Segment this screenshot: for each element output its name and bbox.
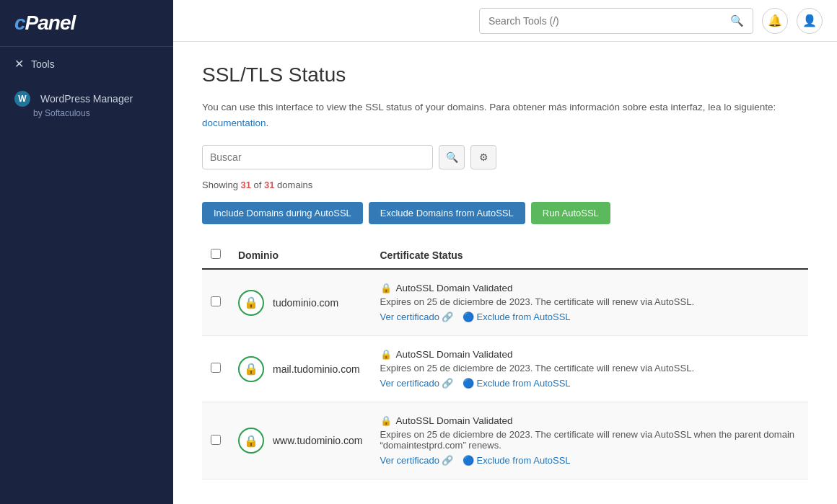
row-checkbox-cell [202, 269, 229, 336]
notifications-button[interactable]: 🔔 [762, 8, 788, 34]
header: 🔍 🔔 👤 [173, 0, 837, 42]
status-label: AutoSSL Domain Validated [396, 283, 513, 293]
page-title: SSL/TLS Status [202, 63, 808, 87]
row-status-cell: 🔒 AutoSSL Domain Validated Expires on 25… [372, 402, 809, 479]
status-lock-icon: 🔒 [380, 349, 392, 360]
exclude-domains-button[interactable]: Exclude Domains from AutoSSL [369, 202, 525, 224]
status-lock-icon: 🔒 [380, 283, 392, 293]
expires-line: Expires on 25 de diciembre de 2023. The … [380, 296, 800, 307]
exclude-circle-icon: 🔵 [463, 378, 474, 389]
ssl-icon: 🔒 [238, 428, 264, 454]
cert-status: 🔒 AutoSSL Domain Validated Expires on 25… [380, 346, 800, 392]
action-links: Ver certificado 🔗 🔵 Exclude from AutoSSL [380, 455, 800, 466]
content-area: SSL/TLS Status You can use this interfac… [173, 42, 837, 504]
tools-icon: ✕ [14, 57, 24, 71]
table-header: Dominio Certificate Status [202, 242, 808, 269]
search-submit-button[interactable]: 🔍 [722, 9, 753, 33]
showing-count: 31 [240, 180, 250, 190]
showing-total: 31 [264, 180, 274, 190]
row-domain-cell: 🔒 mail.tudominio.com [229, 336, 372, 402]
status-line: 🔒 AutoSSL Domain Validated [380, 349, 800, 360]
user-button[interactable]: 👤 [797, 8, 823, 34]
cpanel-logo: cPanel [14, 12, 159, 35]
run-autossl-button[interactable]: Run AutoSSL [531, 202, 610, 224]
logo-area: cPanel [0, 0, 173, 47]
row-status-cell: 🔒 AutoSSL Domain Validated Expires on 25… [372, 336, 809, 402]
domain-name: tudominio.com [273, 297, 338, 309]
exclude-autossl-link[interactable]: 🔵 Exclude from AutoSSL [463, 311, 571, 322]
exclude-circle-icon: 🔵 [463, 311, 474, 322]
lock-icon: 🔒 [244, 362, 258, 376]
domain-cell: 🔒 tudominio.com [238, 290, 363, 316]
page-description: You can use this interface to view the S… [202, 100, 808, 131]
filter-row: 🔍 ⚙ [202, 145, 808, 169]
row-checkbox[interactable] [211, 363, 221, 373]
cert-status: 🔒 AutoSSL Domain Validated Expires on 25… [380, 412, 800, 469]
status-lock-icon: 🔒 [380, 415, 392, 426]
col-status-header: Certificate Status [372, 242, 809, 269]
domain-cell: 🔒 www.tudominio.com [238, 428, 363, 454]
expires-line: Expires on 25 de diciembre de 2023. The … [380, 363, 800, 373]
exclude-autossl-link[interactable]: 🔵 Exclude from AutoSSL [463, 378, 571, 389]
ver-certificado-link[interactable]: Ver certificado 🔗 [380, 311, 454, 322]
lock-icon: 🔒 [244, 296, 258, 309]
lock-icon: 🔒 [244, 434, 258, 448]
status-line: 🔒 AutoSSL Domain Validated [380, 415, 800, 426]
status-label: AutoSSL Domain Validated [396, 349, 513, 360]
cert-status: 🔒 AutoSSL Domain Validated Expires on 25… [380, 280, 800, 325]
action-buttons: Include Domains during AutoSSL Exclude D… [202, 202, 808, 224]
search-input[interactable] [480, 15, 722, 27]
row-domain-cell: 🔒 tudominio.com [229, 269, 372, 336]
table-row: 🔒 www.tudominio.com 🔒 AutoSSL Domain Val… [202, 402, 808, 479]
search-bar[interactable]: 🔍 [479, 8, 753, 34]
sidebar: cPanel ✕ Tools W WordPress Manager by So… [0, 0, 173, 504]
main-area: 🔍 🔔 👤 SSL/TLS Status You can use this in… [173, 0, 837, 504]
row-domain-cell: 🔒 www.tudominio.com [229, 402, 372, 479]
action-links: Ver certificado 🔗 🔵 Exclude from AutoSSL [380, 311, 800, 322]
row-checkbox[interactable] [211, 296, 221, 306]
sidebar-item-tools[interactable]: ✕ Tools [0, 47, 173, 81]
wp-top: W WordPress Manager [14, 91, 133, 107]
expires-line: Expires on 25 de diciembre de 2023. The … [380, 429, 800, 451]
showing-info: Showing 31 of 31 domains [202, 180, 808, 190]
sidebar-item-tools-label: Tools [31, 58, 55, 70]
domain-name: www.tudominio.com [273, 435, 363, 446]
select-all-checkbox[interactable] [211, 249, 221, 259]
table-row: 🔒 mail.tudominio.com 🔒 AutoSSL Domain Va… [202, 336, 808, 402]
documentation-link[interactable]: documentation [202, 118, 266, 128]
wordpress-icon: W [14, 91, 30, 107]
domain-settings-button[interactable]: ⚙ [470, 145, 496, 169]
col-checkbox-header [202, 242, 229, 269]
ssl-icon: 🔒 [238, 356, 264, 382]
domain-name: mail.tudominio.com [273, 363, 360, 375]
domain-cell: 🔒 mail.tudominio.com [238, 356, 363, 382]
row-status-cell: 🔒 AutoSSL Domain Validated Expires on 25… [372, 269, 809, 336]
table-row: 🔒 tudominio.com 🔒 AutoSSL Domain Validat… [202, 269, 808, 336]
sidebar-item-wp-label: WordPress Manager [40, 93, 133, 105]
status-label: AutoSSL Domain Validated [396, 415, 513, 426]
row-checkbox-cell [202, 336, 229, 402]
exclude-autossl-link[interactable]: 🔵 Exclude from AutoSSL [463, 455, 571, 466]
table-body: 🔒 tudominio.com 🔒 AutoSSL Domain Validat… [202, 269, 808, 479]
action-links: Ver certificado 🔗 🔵 Exclude from AutoSSL [380, 378, 800, 389]
showing-prefix: Showing [202, 180, 240, 190]
include-domains-button[interactable]: Include Domains during AutoSSL [202, 202, 363, 224]
sidebar-item-wp-sub: by Softaculous [14, 108, 90, 118]
ver-certificado-link[interactable]: Ver certificado 🔗 [380, 455, 454, 466]
ver-certificado-link[interactable]: Ver certificado 🔗 [380, 378, 454, 389]
status-line: 🔒 AutoSSL Domain Validated [380, 283, 800, 293]
domains-table: Dominio Certificate Status 🔒 tudominio.c… [202, 242, 808, 479]
row-checkbox-cell [202, 402, 229, 479]
sidebar-item-wordpress-manager[interactable]: W WordPress Manager by Softaculous [0, 81, 173, 128]
ssl-icon: 🔒 [238, 290, 264, 316]
exclude-circle-icon: 🔵 [463, 455, 474, 466]
domain-search-button[interactable]: 🔍 [439, 145, 465, 169]
description-text: You can use this interface to view the S… [202, 102, 776, 112]
col-domain-header: Dominio [229, 242, 372, 269]
showing-of: of [251, 180, 264, 190]
showing-suffix: domains [275, 180, 313, 190]
domain-search-input[interactable] [202, 145, 433, 169]
row-checkbox[interactable] [211, 435, 221, 445]
